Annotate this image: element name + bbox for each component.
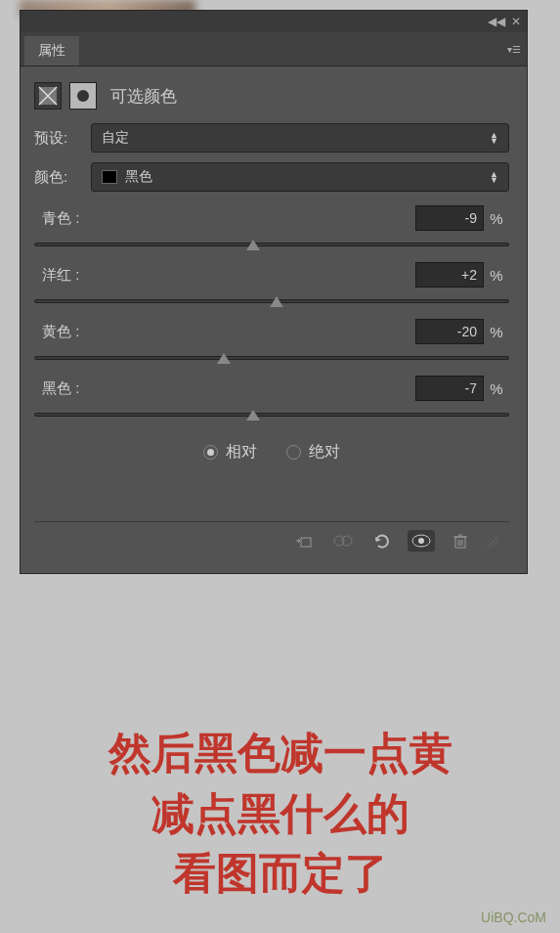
slider-track[interactable] [34,407,509,422]
tab-properties[interactable]: 属性 [24,36,79,66]
radio-icon [203,445,218,460]
dropdown-arrows-icon: ▲▼ [490,171,498,183]
annotation-line: 减点黑什么的 [20,784,540,845]
close-icon[interactable]: ✕ [511,15,521,28]
slider-value-input[interactable] [415,262,484,288]
radio-relative-label: 相对 [226,442,257,463]
preset-label: 预设: [34,129,83,148]
radio-absolute-label: 绝对 [309,442,340,463]
color-select[interactable]: 黑色 ▲▼ [91,162,509,192]
clip-to-layer-button[interactable] [290,530,318,552]
slider-value-input[interactable] [415,205,484,231]
svg-rect-1 [301,538,311,547]
slider-group: 黑色 : % [34,372,509,422]
annotation-line: 然后黑色减一点黄 [20,724,540,784]
percent-label: % [484,267,509,284]
slider-group: 青色 : % [34,201,509,252]
dropdown-arrows-icon: ▲▼ [490,132,498,144]
slider-label: 青色 : [34,209,415,228]
tab-header: 属性 ▾☰ [21,32,527,67]
panel-footer [34,521,509,559]
percent-label: % [484,380,509,397]
color-swatch [102,170,117,184]
resize-grip-icon[interactable] [486,534,499,548]
preset-value: 自定 [102,129,129,147]
color-label: 颜色: [34,168,83,187]
preset-select[interactable]: 自定 ▲▼ [91,123,509,153]
slider-thumb[interactable] [246,410,260,421]
radio-absolute[interactable]: 绝对 [286,442,340,463]
slider-label: 黄色 : [34,323,415,341]
watermark: UiBQ.CoM [481,910,546,925]
svg-point-5 [418,538,424,544]
color-row: 颜色: 黑色 ▲▼ [34,162,509,192]
toggle-visibility-button[interactable] [408,530,435,552]
radio-icon [286,445,301,460]
slider-group: 洋红 : % [34,258,509,309]
panel-content: 可选颜色 预设: 自定 ▲▼ 颜色: 黑色 ▲▼ 青色 : % [21,67,527,573]
slider-value-input[interactable] [415,319,484,344]
annotation-line: 看图而定了 [20,844,540,905]
properties-panel: ◀◀ ✕ 属性 ▾☰ 可选颜色 预设: 自定 ▲▼ 颜色: 黑色 [20,10,528,574]
slider-thumb[interactable] [270,296,283,307]
view-previous-button[interactable] [329,530,357,552]
adjustment-header: 可选颜色 [34,76,509,123]
delete-button[interactable] [447,530,474,552]
slider-label: 洋红 : [34,266,415,285]
color-value: 黑色 [125,168,152,186]
reset-button[interactable] [368,530,396,552]
slider-thumb[interactable] [246,240,260,250]
radio-relative[interactable]: 相对 [203,442,257,463]
percent-label: % [484,324,509,340]
handwritten-annotation: 然后黑色减一点黄 减点黑什么的 看图而定了 [0,724,560,905]
slider-group: 黄色 : % [34,315,509,366]
slider-track[interactable] [34,350,509,366]
adjustment-title: 可选颜色 [110,85,177,108]
panel-titlebar: ◀◀ ✕ [21,11,527,32]
slider-label: 黑色 : [34,379,415,398]
slider-value-input[interactable] [415,376,484,401]
percent-label: % [484,210,509,227]
slider-track[interactable] [34,293,509,309]
collapse-icon[interactable]: ◀◀ [488,15,505,28]
method-radio-group: 相对 绝对 [34,428,509,482]
selective-color-icon[interactable] [34,82,62,110]
mask-icon[interactable] [69,82,97,110]
slider-thumb[interactable] [217,353,231,364]
slider-track[interactable] [34,237,509,252]
panel-menu-icon[interactable]: ▾☰ [507,44,521,55]
preset-row: 预设: 自定 ▲▼ [34,123,509,153]
